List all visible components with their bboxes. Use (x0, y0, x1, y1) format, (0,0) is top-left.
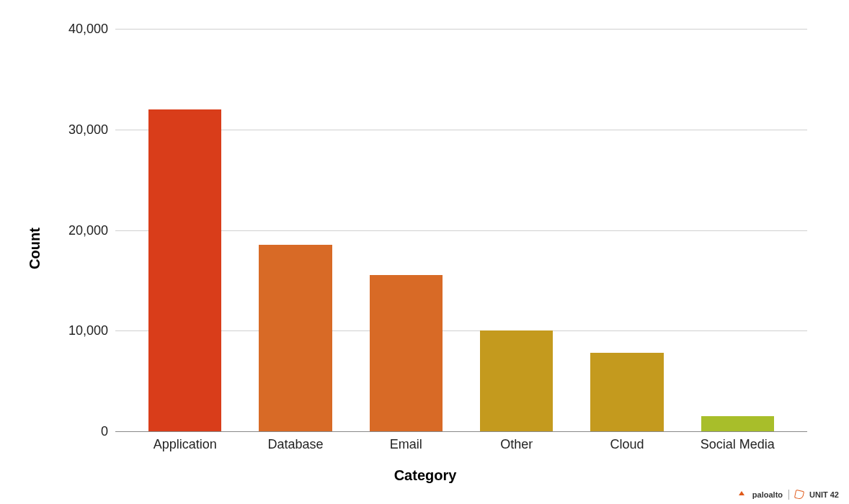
bar-slot: Social Media (683, 29, 793, 431)
bar-slot: Database (240, 29, 350, 431)
y-tick-label: 20,000 (68, 222, 115, 238)
brand-unit42: UNIT 42 (809, 490, 839, 499)
y-tick-label: 10,000 (68, 323, 115, 338)
category-label: Other (500, 437, 533, 452)
category-label: Database (267, 437, 323, 452)
x-axis-label: Category (394, 467, 457, 484)
brand-paloalto: paloalto (752, 490, 783, 499)
unit42-icon (794, 490, 804, 500)
bar-slot: Application (130, 29, 240, 431)
bar (480, 330, 553, 431)
y-tick-label: 0 (101, 424, 115, 439)
paloalto-icon (738, 490, 747, 499)
bars-group: ApplicationDatabaseEmailOtherCloudSocial… (115, 29, 807, 431)
bar-slot: Email (351, 29, 461, 431)
footer-branding: paloalto UNIT 42 (738, 490, 839, 500)
bar (590, 353, 663, 431)
bar-slot: Cloud (572, 29, 682, 431)
bar-slot: Other (461, 29, 572, 431)
y-axis-label: Count (27, 228, 43, 269)
bar (701, 416, 774, 431)
plot-area: ApplicationDatabaseEmailOtherCloudSocial… (115, 29, 807, 432)
chart-container: Count ApplicationDatabaseEmailOtherCloud… (29, 14, 822, 482)
bar (370, 275, 443, 431)
bar (148, 109, 221, 431)
category-label: Application (154, 437, 217, 452)
category-label: Social Media (701, 437, 775, 452)
separator-icon (788, 490, 789, 500)
y-tick-label: 40,000 (68, 22, 115, 37)
y-tick-label: 30,000 (68, 122, 115, 137)
bar (259, 245, 332, 431)
category-label: Email (390, 437, 422, 452)
category-label: Cloud (610, 437, 644, 452)
